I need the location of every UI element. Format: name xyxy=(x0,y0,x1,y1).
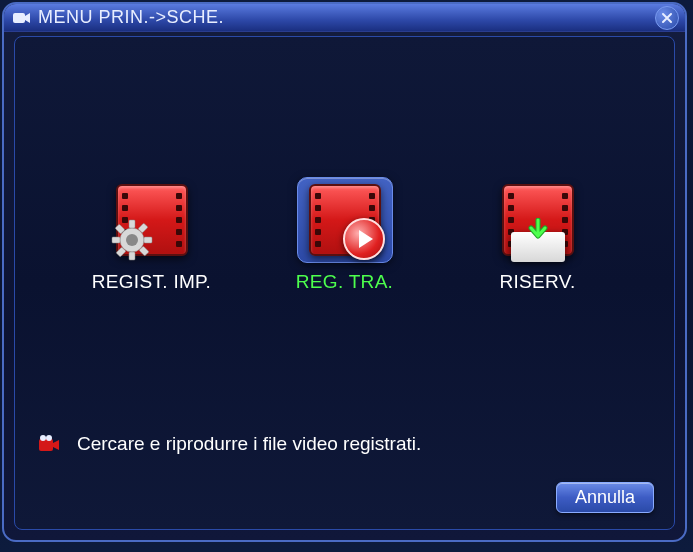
svg-point-12 xyxy=(40,435,46,441)
menu-icon-wrap xyxy=(297,177,393,263)
svg-rect-2 xyxy=(129,220,135,228)
titlebar: MENU PRIN.->SCHE. xyxy=(4,4,685,32)
box-icon xyxy=(511,232,565,262)
film-backup-icon xyxy=(502,184,574,256)
menu-label: REGIST. IMP. xyxy=(92,271,211,293)
description-text: Cercare e riprodurre i file video regist… xyxy=(77,433,421,455)
camcorder-icon xyxy=(39,435,61,453)
menu-item-playback[interactable]: REG. TRA. xyxy=(255,177,435,293)
close-button[interactable] xyxy=(655,6,679,30)
download-arrow-icon xyxy=(525,218,551,244)
dialog-window: MENU PRIN.->SCHE. xyxy=(2,2,687,542)
cancel-button[interactable]: Annulla xyxy=(556,482,654,513)
footer: Annulla xyxy=(556,482,654,513)
menu-row: REGIST. IMP. REG. TRA. xyxy=(15,37,674,293)
description-row: Cercare e riprodurre i file video regist… xyxy=(39,433,650,455)
menu-item-record-settings[interactable]: REGIST. IMP. xyxy=(62,177,242,293)
breadcrumb: MENU PRIN.->SCHE. xyxy=(38,7,224,28)
menu-label: REG. TRA. xyxy=(296,271,393,293)
svg-rect-0 xyxy=(13,13,25,23)
play-icon xyxy=(343,218,385,260)
film-gear-icon xyxy=(116,184,188,256)
svg-rect-11 xyxy=(39,439,53,451)
film-play-icon xyxy=(309,184,381,256)
content-panel: REGIST. IMP. REG. TRA. xyxy=(14,36,675,530)
menu-icon-wrap xyxy=(490,177,586,263)
menu-icon-wrap xyxy=(104,177,200,263)
menu-label: RISERV. xyxy=(499,271,575,293)
close-icon xyxy=(661,12,673,24)
gear-icon xyxy=(110,218,154,262)
svg-point-10 xyxy=(126,234,138,246)
svg-point-13 xyxy=(46,435,52,441)
svg-rect-5 xyxy=(144,237,152,243)
svg-rect-4 xyxy=(112,237,120,243)
svg-rect-3 xyxy=(129,252,135,260)
menu-item-backup[interactable]: RISERV. xyxy=(448,177,628,293)
camera-icon xyxy=(12,8,32,28)
